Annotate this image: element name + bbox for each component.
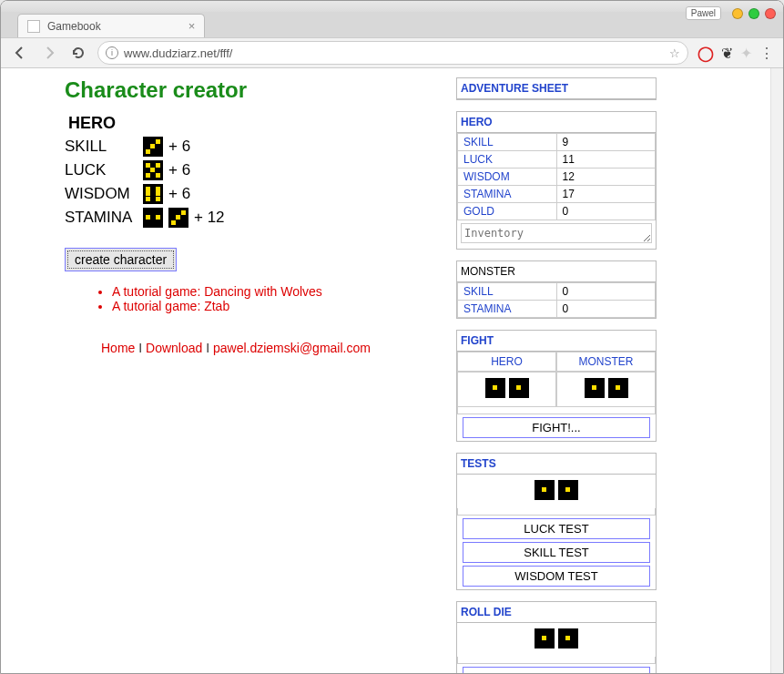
- fight-panel: FIGHT HERO MONSTER FIGHT!...: [456, 330, 657, 442]
- table-row: LUCK11: [458, 151, 656, 168]
- stat-value: 0: [556, 283, 656, 301]
- stamina-label: STAMINA: [65, 209, 137, 227]
- separator: I: [206, 341, 213, 355]
- die-icon: [585, 378, 605, 398]
- die-icon: [558, 628, 578, 648]
- game-link[interactable]: A tutorial game: Ztab: [112, 299, 229, 313]
- wisdom-label: WISDOM: [65, 185, 137, 203]
- adventure-sheet-title: ADVENTURE SHEET: [457, 78, 656, 99]
- home-link[interactable]: Home: [101, 341, 135, 355]
- stat-value: 0: [556, 301, 656, 318]
- roll-panel: ROLL DIE ROLL ONE DIE ROLL TWO DICE: [456, 601, 657, 673]
- stamina-bonus: + 12: [194, 209, 225, 227]
- forward-button: [39, 43, 59, 63]
- table-row: WISDOM12: [458, 168, 656, 186]
- game-link[interactable]: A tutorial game: Dancing with Wolves: [112, 284, 322, 299]
- tutorial-games-list: A tutorial game: Dancing with Wolves A t…: [76, 284, 429, 313]
- email-link[interactable]: pawel.dziemski@gmail.com: [213, 341, 371, 355]
- stat-wisdom: WISDOM + 6: [65, 184, 429, 204]
- stat-skill: SKILL + 6: [65, 137, 429, 157]
- luck-label: LUCK: [65, 161, 137, 179]
- ext-icon[interactable]: ✦: [740, 45, 752, 62]
- stat-label: LUCK: [458, 151, 557, 168]
- fight-hero-header: HERO: [457, 352, 556, 372]
- monster-stats-table: SKILL0 STAMINA0: [457, 282, 656, 318]
- roll-title: ROLL DIE: [457, 602, 656, 623]
- gnome-icon[interactable]: ❦: [721, 45, 733, 62]
- skill-bonus: + 6: [168, 138, 190, 156]
- wisdom-test-button[interactable]: WISDOM TEST: [463, 566, 650, 587]
- monster-panel: MONSTER SKILL0 STAMINA0: [456, 260, 657, 319]
- skill-test-button[interactable]: SKILL TEST: [463, 542, 650, 563]
- fight-monster-header: MONSTER: [556, 352, 656, 372]
- scrollbar[interactable]: [770, 68, 783, 673]
- page-icon: [27, 20, 40, 33]
- stat-value: 9: [556, 134, 656, 151]
- page-viewport: Character creator HERO SKILL + 6 LUCK + …: [1, 68, 783, 673]
- stat-stamina: STAMINA + 12: [65, 208, 429, 228]
- back-button[interactable]: [10, 43, 30, 63]
- stat-label: STAMINA: [458, 186, 557, 203]
- table-row: SKILL0: [458, 283, 656, 301]
- die-icon: [535, 628, 555, 648]
- create-character-button[interactable]: create character: [65, 248, 177, 271]
- close-button[interactable]: [765, 8, 776, 19]
- site-info-icon[interactable]: i: [106, 46, 118, 59]
- fight-headers: HERO MONSTER: [457, 352, 656, 372]
- die-icon: [168, 208, 188, 228]
- hero-stats-table: SKILL9 LUCK11 WISDOM12 STAMINA17 GOLD0: [457, 133, 656, 220]
- die-icon: [509, 378, 529, 398]
- browser-tab[interactable]: Gamebook ×: [17, 14, 205, 37]
- stat-label: STAMINA: [458, 301, 557, 318]
- profile-badge[interactable]: Pawel: [686, 6, 721, 20]
- tab-bar: Gamebook ×: [1, 12, 783, 37]
- url-box[interactable]: i www.dudziarz.net/fff/ ☆: [97, 41, 688, 65]
- star-icon[interactable]: ☆: [669, 46, 680, 60]
- window-controls: [732, 8, 776, 19]
- reload-button[interactable]: [68, 43, 88, 63]
- die-icon: [558, 480, 578, 500]
- stat-value: 0: [556, 203, 656, 220]
- monster-title: MONSTER: [457, 261, 656, 282]
- close-tab-icon[interactable]: ×: [188, 19, 196, 33]
- die-icon: [143, 160, 163, 180]
- minimize-button[interactable]: [732, 8, 743, 19]
- character-creator-panel: Character creator HERO SKILL + 6 LUCK + …: [65, 77, 429, 355]
- list-item: A tutorial game: Dancing with Wolves: [112, 284, 429, 299]
- adventure-sheet-panel: ADVENTURE SHEET: [456, 77, 657, 100]
- hero-heading: HERO: [68, 114, 429, 133]
- list-item: A tutorial game: Ztab: [112, 299, 429, 313]
- fight-title: FIGHT: [457, 331, 656, 352]
- stat-label: SKILL: [458, 134, 557, 151]
- menu-icon[interactable]: ⋮: [759, 45, 774, 62]
- page-title: Character creator: [65, 77, 429, 103]
- die-icon: [143, 137, 163, 157]
- download-link[interactable]: Download: [146, 341, 202, 355]
- table-row: STAMINA17: [458, 186, 656, 203]
- stat-value: 12: [556, 168, 656, 186]
- luck-test-button[interactable]: LUCK TEST: [463, 518, 650, 539]
- table-row: STAMINA0: [458, 301, 656, 318]
- stat-label: SKILL: [458, 283, 557, 301]
- tab-title: Gamebook: [47, 20, 101, 33]
- stat-value: 17: [556, 186, 656, 203]
- ublock-icon[interactable]: ◯: [697, 45, 714, 62]
- stat-label: WISDOM: [458, 168, 557, 186]
- separator: I: [138, 341, 146, 355]
- fight-button[interactable]: FIGHT!...: [463, 417, 650, 438]
- footer-links: Home I Download I pawel.dziemski@gmail.c…: [65, 341, 429, 355]
- die-icon: [143, 208, 163, 228]
- tests-panel: TESTS LUCK TEST SKILL TEST WISDOM TEST: [456, 453, 657, 590]
- address-bar: i www.dudziarz.net/fff/ ☆ ◯ ❦ ✦ ⋮: [1, 37, 783, 68]
- table-row: GOLD0: [458, 203, 656, 220]
- luck-bonus: + 6: [168, 161, 190, 179]
- roll-one-button[interactable]: ROLL ONE DIE: [463, 667, 650, 673]
- die-icon: [485, 378, 505, 398]
- inventory-textarea[interactable]: [461, 223, 652, 243]
- maximize-button[interactable]: [748, 8, 759, 19]
- skill-label: SKILL: [65, 138, 137, 156]
- hero-title: HERO: [457, 112, 656, 133]
- fight-dice-row: [457, 372, 656, 407]
- url-text: www.dudziarz.net/fff/: [124, 46, 232, 60]
- toolbar-extensions: ◯ ❦ ✦ ⋮: [697, 45, 774, 62]
